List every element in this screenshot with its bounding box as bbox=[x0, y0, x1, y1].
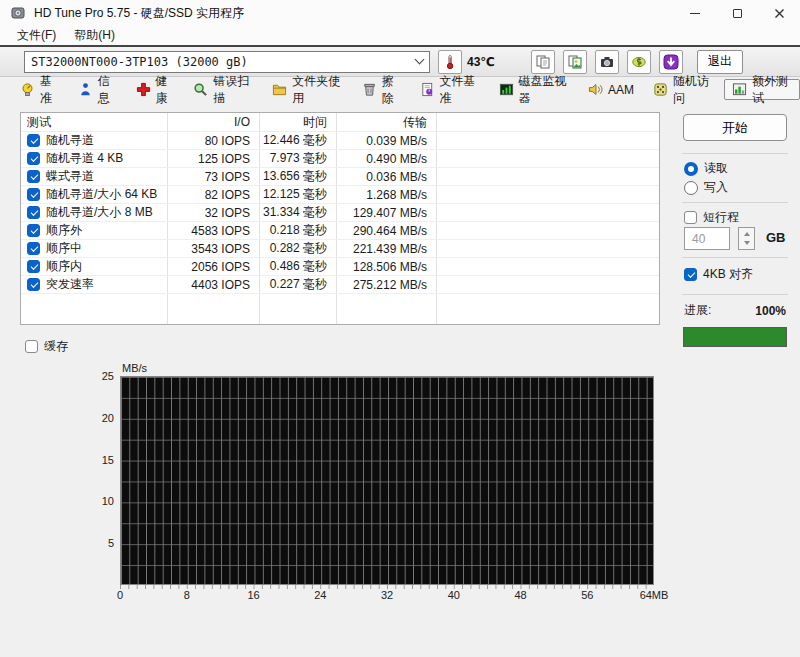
test-checkbox[interactable] bbox=[27, 170, 40, 183]
test-name: 随机寻道/大小 64 KB bbox=[46, 186, 157, 203]
temperature-button[interactable] bbox=[438, 50, 462, 74]
tab-extra-tests[interactable]: 额外测试 bbox=[724, 79, 800, 100]
test-checkbox[interactable] bbox=[27, 242, 40, 255]
read-radio-button[interactable] bbox=[684, 162, 698, 176]
read-radio-label: 读取 bbox=[704, 160, 728, 177]
test-checkbox[interactable] bbox=[27, 260, 40, 273]
time-cell: 13.656 毫秒 bbox=[259, 168, 336, 185]
capacity-stepper[interactable] bbox=[738, 227, 755, 250]
x-axis-tick: 0 bbox=[98, 589, 142, 601]
test-name-cell: 顺序中 bbox=[21, 240, 167, 257]
test-checkbox[interactable] bbox=[27, 278, 40, 291]
cache-checkbox[interactable]: 缓存 bbox=[25, 338, 68, 355]
test-name-cell: 随机寻道/大小 64 KB bbox=[21, 186, 167, 203]
table-header-time: 时间 bbox=[259, 114, 336, 131]
read-radio[interactable]: 读取 bbox=[684, 160, 728, 177]
tab-error-scan[interactable]: 错误扫描 bbox=[185, 79, 261, 100]
write-radio[interactable]: 写入 bbox=[684, 179, 728, 196]
tab-file-benchmark[interactable]: 文件基准 bbox=[412, 79, 488, 100]
y-axis-tick: 10 bbox=[88, 495, 114, 507]
menu-item-file[interactable]: 文件(F) bbox=[8, 25, 65, 46]
donate-icon bbox=[631, 54, 647, 70]
4kb-align-checkbox-box[interactable] bbox=[684, 268, 697, 281]
test-checkbox[interactable] bbox=[27, 152, 40, 165]
transfer-cell: 1.268 MB/s bbox=[336, 188, 436, 202]
test-checkbox[interactable] bbox=[27, 134, 40, 147]
x-axis-tick: 24 bbox=[298, 589, 342, 601]
transfer-cell: 0.039 MB/s bbox=[336, 134, 436, 148]
table-row: 随机寻道/大小 8 MB32 IOPS31.334 毫秒129.407 MB/s bbox=[21, 204, 659, 222]
short-stroke-label: 短行程 bbox=[703, 209, 739, 226]
x-axis-tick: 32 bbox=[365, 589, 409, 601]
write-radio-label: 写入 bbox=[704, 179, 728, 196]
copy-image-button[interactable] bbox=[563, 50, 587, 74]
short-stroke-checkbox-box[interactable] bbox=[684, 211, 697, 224]
io-cell: 3543 IOPS bbox=[167, 242, 259, 256]
maximize-button[interactable] bbox=[716, 0, 758, 26]
table-row: 顺序中3543 IOPS0.282 毫秒221.439 MB/s bbox=[21, 240, 659, 258]
copy-text-button[interactable] bbox=[531, 50, 555, 74]
cache-checkbox-box[interactable] bbox=[25, 340, 38, 353]
tab-erase[interactable]: 擦除 bbox=[354, 79, 409, 100]
disk-monitor-icon bbox=[499, 82, 514, 97]
io-cell: 80 IOPS bbox=[167, 134, 259, 148]
stepper-down-icon[interactable] bbox=[744, 241, 750, 245]
menu-item-help[interactable]: 帮助(H) bbox=[65, 25, 124, 46]
close-button[interactable] bbox=[758, 0, 800, 26]
error-scan-icon bbox=[193, 82, 208, 97]
maximize-icon bbox=[733, 9, 742, 18]
time-cell: 0.227 毫秒 bbox=[259, 276, 336, 293]
start-button[interactable]: 开始 bbox=[683, 114, 787, 141]
stepper-up-icon[interactable] bbox=[744, 232, 750, 236]
test-name: 蝶式寻道 bbox=[46, 168, 94, 185]
progress-bar bbox=[683, 327, 787, 347]
capacity-input[interactable]: 40 bbox=[684, 227, 730, 250]
temperature-value: 43℃ bbox=[467, 55, 495, 69]
test-name: 随机寻道 4 KB bbox=[46, 150, 123, 167]
table-header-io: I/O bbox=[167, 115, 259, 129]
exit-button[interactable]: 退出 bbox=[697, 50, 743, 74]
tab-benchmark[interactable]: 基准 bbox=[12, 79, 67, 100]
tab-aam[interactable]: AAM bbox=[580, 79, 642, 100]
app-window: HD Tune Pro 5.75 - 硬盘/SSD 实用程序 文件(F)帮助(H… bbox=[0, 0, 800, 657]
panel-divider bbox=[682, 257, 788, 258]
test-name-cell: 随机寻道/大小 8 MB bbox=[21, 204, 167, 221]
update-button[interactable] bbox=[659, 50, 683, 74]
results-table: 测试I/O时间传输随机寻道80 IOPS12.446 毫秒0.039 MB/s随… bbox=[20, 112, 660, 325]
chart-y-axis-unit: MB/s bbox=[122, 362, 147, 374]
drive-select[interactable]: ST32000NT000-3TP103 (32000 gB) bbox=[24, 51, 430, 73]
window-title: HD Tune Pro 5.75 - 硬盘/SSD 实用程序 bbox=[34, 5, 244, 22]
random-access-icon bbox=[653, 82, 668, 97]
toolbar-icon-group bbox=[531, 50, 683, 74]
time-cell: 0.486 毫秒 bbox=[259, 258, 336, 275]
tab-disk-monitor[interactable]: 磁盘监视器 bbox=[491, 79, 578, 100]
test-checkbox[interactable] bbox=[27, 224, 40, 237]
info-icon bbox=[78, 82, 93, 97]
tab-health[interactable]: 健康 bbox=[128, 79, 183, 100]
panel-divider bbox=[682, 294, 788, 295]
short-stroke-checkbox[interactable]: 短行程 bbox=[684, 209, 739, 226]
test-checkbox[interactable] bbox=[27, 188, 40, 201]
progress-label: 进展: bbox=[684, 302, 711, 319]
tab-folder[interactable]: 文件夹使用 bbox=[264, 79, 351, 100]
tab-info[interactable]: 信息 bbox=[70, 79, 125, 100]
tab-random-access[interactable]: 随机访问 bbox=[645, 79, 721, 100]
donate-button[interactable] bbox=[627, 50, 651, 74]
aam-icon bbox=[588, 82, 603, 97]
menu-bar: 文件(F)帮助(H) bbox=[0, 26, 800, 45]
time-cell: 0.282 毫秒 bbox=[259, 240, 336, 257]
test-name: 随机寻道/大小 8 MB bbox=[46, 204, 153, 221]
chevron-down-icon bbox=[415, 55, 425, 65]
erase-icon bbox=[362, 82, 377, 97]
minimize-button[interactable] bbox=[674, 0, 716, 26]
x-axis-tick: 40 bbox=[432, 589, 476, 601]
write-radio-button[interactable] bbox=[684, 181, 698, 195]
transfer-cell: 128.506 MB/s bbox=[336, 260, 436, 274]
test-name-cell: 突发速率 bbox=[21, 276, 167, 293]
save-screenshot-button[interactable] bbox=[595, 50, 619, 74]
update-icon bbox=[663, 54, 679, 70]
io-cell: 32 IOPS bbox=[167, 206, 259, 220]
test-checkbox[interactable] bbox=[27, 206, 40, 219]
4kb-align-checkbox[interactable]: 4KB 对齐 bbox=[684, 266, 753, 283]
time-cell: 7.973 毫秒 bbox=[259, 150, 336, 167]
